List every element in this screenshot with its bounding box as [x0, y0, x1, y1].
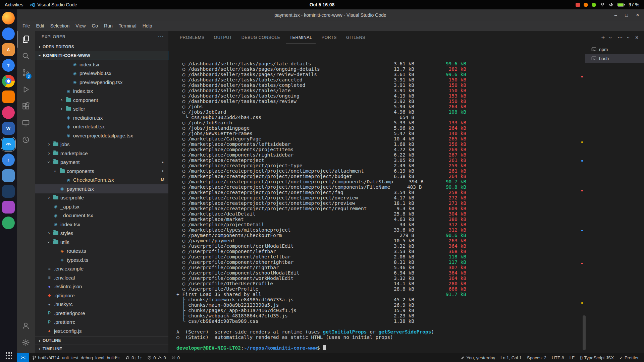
workspace-root-header[interactable]: › KOMINITI-CORE-WWW: [35, 51, 168, 60]
menu-help[interactable]: Help: [140, 22, 155, 29]
tree-folder-styles[interactable]: ›styles: [35, 229, 168, 238]
tree-file-.huskyrc[interactable]: ●.huskyrc: [35, 300, 168, 309]
activities-button[interactable]: Activities: [5, 2, 23, 7]
tree-file-_app.tsx[interactable]: ◉_app.tsx: [35, 202, 168, 211]
dock-help-icon[interactable]: ?: [2, 59, 15, 72]
tree-file-mediation.tsx[interactable]: ◉mediation.tsx: [35, 113, 168, 122]
activity-search-icon[interactable]: [17, 48, 35, 64]
tree-folder-jobs[interactable]: ›jobs: [35, 140, 168, 149]
git-branch-item[interactable]: hotfix/4714_unit_test_debug_local_build*…: [29, 353, 123, 362]
tab-debug-console[interactable]: DEBUG CONSOLE: [238, 31, 284, 44]
explorer-more-actions[interactable]: ⋯: [158, 33, 164, 40]
dock-vscode-icon[interactable]: </>: [2, 138, 15, 150]
tab-problems[interactable]: PROBLEMS: [176, 31, 208, 44]
terminal-view[interactable]: ○ /dashboard/seller/tasks/pages/late-det…: [168, 44, 644, 353]
timeline-section[interactable]: › TIMELINE: [35, 345, 168, 353]
terminal-picker-chevron-icon[interactable]: ›: [608, 37, 613, 39]
tree-file-ownerprojectdetailpage.tsx[interactable]: ◉ownerprojectdetailpage.tsx: [35, 131, 168, 140]
terminal-instance-bash[interactable]: bash: [585, 54, 644, 63]
tree-file-previewpending.tsx[interactable]: ◉previewpending.tsx: [35, 78, 168, 87]
tree-folder-payment[interactable]: ›payment●: [35, 158, 168, 167]
activity-accounts-icon[interactable]: [17, 317, 35, 334]
ports-item[interactable]: 0: [169, 353, 182, 362]
problems-item[interactable]: 0 0: [145, 353, 168, 362]
git-sync-item[interactable]: 0↓ 1↑: [123, 353, 145, 362]
tray-app-icon[interactable]: [576, 3, 580, 7]
tree-file-payment.tsx[interactable]: ◉payment.tsx: [35, 184, 168, 193]
activity-remote-icon[interactable]: [17, 115, 35, 131]
tree-file-.eslintrc.json[interactable]: ●.eslintrc.json: [35, 282, 168, 291]
cursor-position-item[interactable]: Ln 1, Col 1: [498, 353, 524, 362]
tree-folder-utils[interactable]: ›utils: [35, 238, 168, 247]
outline-section[interactable]: › OUTLINE: [35, 336, 168, 345]
dock-pen-color-icon[interactable]: [2, 201, 15, 214]
menu-selection[interactable]: Selection: [47, 22, 73, 29]
system-tray[interactable]: 97 %: [576, 2, 644, 7]
show-applications-button[interactable]: [5, 351, 12, 359]
tree-folder-component[interactable]: ›component: [35, 96, 168, 105]
tree-file-.prettierrc[interactable]: P.prettierrc: [35, 318, 168, 327]
terminal-instance-npm[interactable]: npm: [585, 45, 644, 54]
tree-file-previewbid.tsx[interactable]: ◉previewbid.tsx: [35, 69, 168, 78]
activity-source-control-icon[interactable]: 3: [17, 64, 35, 81]
tree-file-.env.example[interactable]: ≡.env.example: [35, 264, 168, 274]
activity-run-debug-icon[interactable]: [17, 81, 35, 98]
tree-file-routes.ts[interactable]: ◈routes.ts: [35, 247, 168, 256]
dock-chrome-icon[interactable]: [2, 75, 15, 87]
tree-file-index.tsx[interactable]: ◉index.tsx: [35, 220, 168, 229]
panel-close-button[interactable]: ×: [635, 35, 639, 41]
open-editors-section[interactable]: › OPEN EDITORS: [35, 43, 168, 51]
tree-file-jest.config.js[interactable]: ▲jest.config.js: [35, 326, 168, 336]
tree-file-.gitignore[interactable]: ◆.gitignore: [35, 291, 168, 300]
encoding-item[interactable]: UTF-8: [549, 353, 567, 362]
dock-transmission-icon[interactable]: ↑: [2, 154, 15, 166]
close-button[interactable]: ×: [636, 12, 639, 18]
dock-software-store-icon[interactable]: A: [2, 43, 15, 56]
tree-file-index.tsx[interactable]: ◉index.tsx: [35, 87, 168, 96]
eol-item[interactable]: LF: [567, 353, 577, 362]
tree-folder-marketplace[interactable]: ›marketplace: [35, 149, 168, 158]
activity-explorer-icon[interactable]: [17, 31, 35, 48]
tree-folder-userprofile[interactable]: ›userprofile: [35, 193, 168, 202]
tree-file-checkoutform.tsx[interactable]: ◉CheckoutForm.tsxM: [35, 176, 168, 185]
formatter-item[interactable]: ✓ Prettier: [616, 353, 641, 362]
tab-terminal[interactable]: TERMINAL: [286, 31, 315, 44]
dock-pen-dark-icon[interactable]: [2, 185, 15, 198]
dock-marker-icon[interactable]: [2, 90, 15, 103]
window-title-bar[interactable]: payment.tsx - kominiti-core-www - Visual…: [17, 9, 644, 21]
panel-hide-chevron-icon[interactable]: ›: [626, 37, 631, 39]
tray-app-icon[interactable]: [584, 3, 588, 7]
shell-prompt[interactable]: developer@DEV-NIG-LT02:~/repos/kominiti-…: [176, 345, 466, 351]
tree-file-.env.local[interactable]: ≡.env.local: [35, 273, 168, 282]
tray-app-icon[interactable]: [592, 3, 596, 7]
menu-view[interactable]: View: [72, 22, 89, 29]
tree-file-orderdetail.tsx[interactable]: ◉orderdetail.tsx: [35, 122, 168, 131]
menu-edit[interactable]: Edit: [33, 22, 47, 29]
tree-file-.prettierignore[interactable]: P.prettierignore: [35, 309, 168, 318]
language-mode-item[interactable]: { } TypeScript JSX: [577, 353, 616, 362]
minimize-button[interactable]: –: [614, 12, 617, 18]
tree-folder-components[interactable]: ›components●: [35, 167, 168, 176]
tree-folder-seller[interactable]: ›seller: [35, 105, 168, 114]
panel-more-actions[interactable]: ⋯: [617, 35, 623, 40]
dock-writer-icon[interactable]: W: [2, 122, 15, 135]
dock-firefox-icon[interactable]: [2, 12, 15, 24]
tab-ports[interactable]: PORTS: [318, 31, 340, 44]
remote-indicator[interactable]: ><: [17, 353, 29, 362]
dock-app-green-icon[interactable]: [2, 217, 15, 229]
maximize-button[interactable]: □: [625, 12, 628, 18]
tab-output[interactable]: OUTPUT: [210, 31, 235, 44]
tab-gitlens[interactable]: GITLENS: [343, 31, 369, 44]
menu-file[interactable]: File: [19, 22, 33, 29]
activity-settings-icon[interactable]: [17, 334, 35, 351]
indentation-item[interactable]: Spaces: 2: [524, 353, 549, 362]
dock-app-pink-icon[interactable]: [2, 106, 15, 119]
new-terminal-button[interactable]: +: [601, 35, 605, 41]
tree-file-index.tsx[interactable]: ◉index.tsx: [35, 60, 168, 69]
blame-item[interactable]: You, yesterday: [458, 353, 498, 362]
clock[interactable]: Oct 5 16:08: [310, 2, 335, 7]
activity-extensions-icon[interactable]: [17, 98, 35, 115]
dock-app-blue-icon[interactable]: [2, 169, 15, 182]
focused-app-indicator[interactable]: Visual Studio Code: [30, 2, 77, 7]
tree-file-_document.tsx[interactable]: ◉_document.tsx: [35, 211, 168, 220]
